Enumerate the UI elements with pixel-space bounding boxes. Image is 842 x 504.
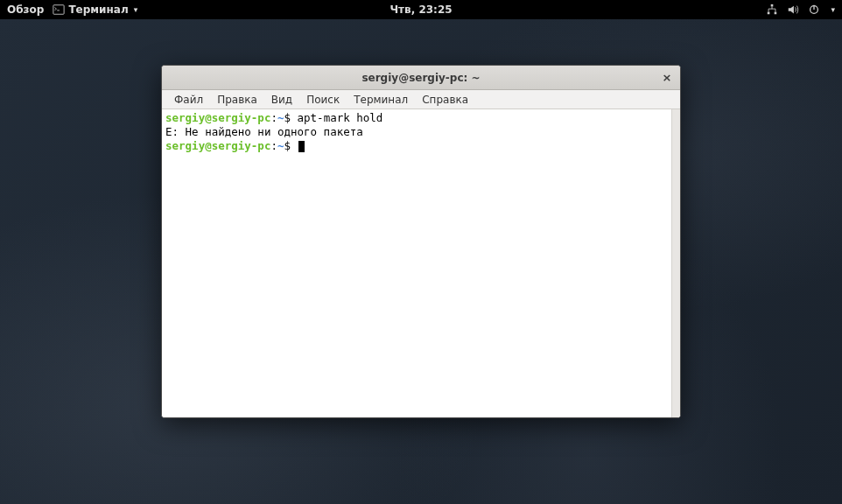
svg-rect-2	[768, 12, 770, 15]
menu-edit[interactable]: Правка	[210, 92, 264, 108]
svg-rect-1	[771, 4, 774, 7]
menu-help[interactable]: Справка	[415, 92, 475, 108]
terminal-body[interactable]: sergiy@sergiy-pc:~$ apt-mark holdE: Не н…	[162, 109, 680, 417]
activities-button[interactable]: Обзор	[7, 4, 44, 16]
terminal-scrollbar[interactable]	[671, 109, 680, 417]
terminal-line-1: sergiy@sergiy-pc:~$ apt-mark hold	[165, 111, 677, 125]
menu-file[interactable]: Файл	[167, 92, 210, 108]
volume-icon[interactable]	[787, 4, 799, 16]
window-close-button[interactable]: ×	[659, 70, 675, 86]
terminal-cursor	[298, 141, 305, 152]
terminal-line-3: sergiy@sergiy-pc:~$	[165, 139, 677, 153]
menu-terminal[interactable]: Терминал	[347, 92, 415, 108]
close-icon: ×	[663, 71, 672, 84]
window-title: sergiy@sergiy-pc: ~	[361, 72, 480, 84]
chevron-down-icon: ▾	[134, 5, 138, 14]
terminal-icon	[53, 4, 65, 16]
window-titlebar[interactable]: sergiy@sergiy-pc: ~ ×	[162, 66, 680, 90]
svg-rect-0	[53, 5, 64, 15]
svg-rect-3	[775, 12, 777, 15]
terminal-line-2: E: Не найдено ни одного пакета	[165, 125, 677, 139]
network-icon[interactable]	[766, 4, 778, 16]
app-menu-label: Терминал	[68, 4, 128, 16]
menu-search[interactable]: Поиск	[299, 92, 347, 108]
menu-view[interactable]: Вид	[264, 92, 299, 108]
app-menu[interactable]: Терминал ▾	[53, 4, 137, 16]
terminal-window: sergiy@sergiy-pc: ~ × Файл Правка Вид По…	[161, 65, 681, 418]
terminal-menubar: Файл Правка Вид Поиск Терминал Справка	[162, 90, 680, 109]
gnome-topbar: Обзор Терминал ▾ Чтв, 23:25 ▾	[0, 0, 842, 19]
power-icon[interactable]	[808, 4, 820, 16]
clock[interactable]: Чтв, 23:25	[389, 4, 452, 16]
system-menu-chevron-icon[interactable]: ▾	[831, 5, 835, 14]
